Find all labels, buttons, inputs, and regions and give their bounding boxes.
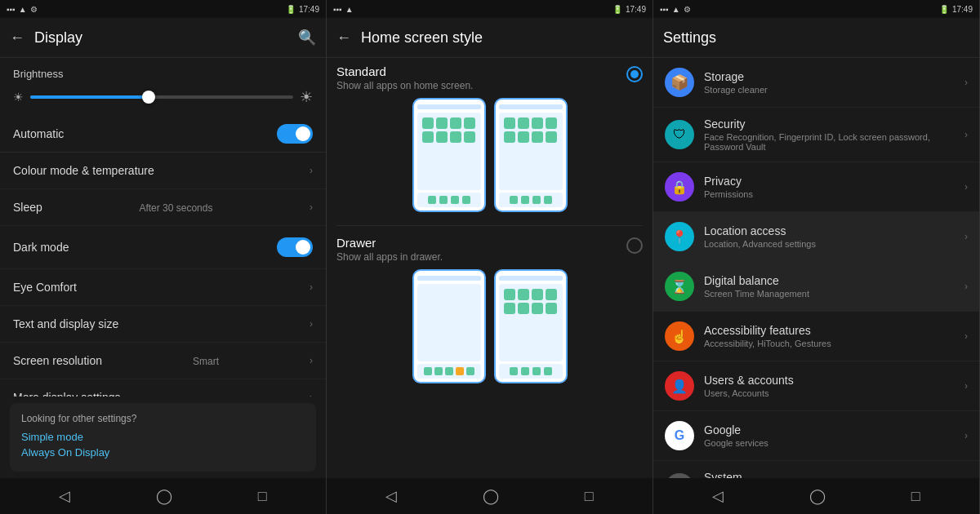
drawer-preview-1 bbox=[412, 269, 486, 383]
status-left-3: ▪▪▪ ▲ ⚙ bbox=[660, 5, 691, 14]
app-g8 bbox=[546, 131, 557, 143]
security-item[interactable]: 🛡 Security Face Recognition, Fingerprint… bbox=[653, 108, 979, 162]
simple-mode-link[interactable]: Simple mode bbox=[21, 431, 305, 443]
drawer-app-3 bbox=[532, 289, 543, 300]
google-item[interactable]: G Google Google services › bbox=[653, 411, 979, 461]
phone-status-4 bbox=[499, 276, 563, 281]
screen-resolution-item[interactable]: Screen resolution Smart › bbox=[0, 343, 326, 379]
more-display-chevron: › bbox=[310, 392, 313, 397]
recents-nav-2[interactable]: □ bbox=[585, 488, 594, 505]
users-item[interactable]: 👤 Users & accounts Users, Accounts › bbox=[653, 361, 979, 411]
google-chevron: › bbox=[964, 430, 968, 441]
location-chevron: › bbox=[964, 231, 968, 242]
colour-mode-item[interactable]: Colour mode & temperature › bbox=[0, 153, 326, 189]
drawer-app-2 bbox=[518, 289, 529, 300]
automatic-toggle[interactable] bbox=[277, 124, 313, 144]
security-title: Security bbox=[704, 117, 964, 131]
recents-nav-3[interactable]: □ bbox=[911, 488, 920, 505]
search-button-1[interactable]: 🔍 bbox=[298, 29, 316, 47]
security-sub: Face Recognition, Fingerprint ID, Lock s… bbox=[704, 132, 964, 152]
privacy-title: Privacy bbox=[704, 175, 964, 188]
system-text: System System navigation, Software updat… bbox=[704, 471, 964, 478]
sleep-value: After 30 seconds bbox=[139, 202, 212, 214]
users-icon: 👤 bbox=[665, 371, 694, 401]
sleep-chevron: › bbox=[310, 202, 313, 213]
dark-mode-label: Dark mode bbox=[13, 241, 69, 254]
status-left-1: ▪▪▪ ▲ ⚙ bbox=[7, 5, 38, 14]
security-text: Security Face Recognition, Fingerprint I… bbox=[704, 117, 964, 152]
back-nav-1[interactable]: ◁ bbox=[59, 487, 70, 505]
dock-4 bbox=[499, 364, 563, 379]
settings-status-icon: ⚙ bbox=[30, 5, 38, 14]
app-g2 bbox=[518, 117, 529, 129]
drawer-preview-row bbox=[336, 269, 643, 383]
eye-comfort-chevron: › bbox=[310, 281, 313, 293]
dock-dot-10 bbox=[434, 367, 443, 375]
location-title: Location access bbox=[704, 224, 964, 237]
standard-radio[interactable] bbox=[626, 66, 643, 82]
time-3: 17:49 bbox=[952, 5, 973, 14]
location-item[interactable]: 📍 Location access Location, Advanced set… bbox=[653, 212, 979, 262]
phone-screen-1 bbox=[417, 113, 481, 190]
recents-nav-1[interactable]: □ bbox=[258, 488, 267, 505]
security-icon: 🛡 bbox=[665, 120, 694, 149]
location-text: Location access Location, Advanced setti… bbox=[704, 224, 964, 249]
storage-item[interactable]: 📦 Storage Storage cleaner › bbox=[653, 58, 979, 108]
home-nav-3[interactable]: ◯ bbox=[809, 487, 826, 505]
brightness-label: Brightness bbox=[13, 68, 313, 80]
sleep-item[interactable]: Sleep After 30 seconds › bbox=[0, 189, 326, 226]
slider-thumb[interactable] bbox=[142, 91, 155, 104]
signal-icon-3: ▪▪▪ bbox=[660, 5, 669, 14]
drawer-desc: Show all apps in drawer. bbox=[336, 251, 443, 263]
storage-chevron: › bbox=[964, 77, 968, 88]
eye-comfort-item[interactable]: Eye Comfort › bbox=[0, 269, 326, 306]
more-display-item[interactable]: More display settings › bbox=[0, 379, 326, 397]
settings-panel: ▪▪▪ ▲ ⚙ 🔋 17:49 Settings 📦 Storage Stora… bbox=[653, 0, 980, 514]
drawer-app-5 bbox=[504, 303, 515, 314]
status-right-1: 🔋 17:49 bbox=[286, 5, 319, 14]
home-nav-1[interactable]: ◯ bbox=[156, 487, 172, 505]
users-text: Users & accounts Users, Accounts bbox=[704, 374, 964, 398]
radio-filled-standard bbox=[630, 70, 639, 78]
brightness-slider[interactable] bbox=[30, 95, 293, 99]
colour-mode-left: Colour mode & temperature bbox=[13, 164, 154, 177]
text-display-item[interactable]: Text and display size › bbox=[0, 306, 326, 343]
dock-dot-13 bbox=[466, 367, 474, 375]
back-button-1[interactable]: ← bbox=[10, 29, 24, 47]
accessibility-item[interactable]: ☝ Accessibility features Accessibility, … bbox=[653, 312, 979, 361]
app-g5 bbox=[504, 131, 515, 143]
digital-balance-item[interactable]: ⌛ Digital balance Screen Time Management… bbox=[653, 262, 979, 312]
dock-dot-4 bbox=[462, 196, 470, 204]
app-1 bbox=[422, 117, 434, 129]
app-g1 bbox=[504, 117, 515, 129]
app-4 bbox=[464, 117, 475, 129]
home-screen-title: Home screen style bbox=[361, 29, 643, 47]
automatic-row: Automatic bbox=[0, 116, 326, 152]
drawer-info: Drawer Show all apps in drawer. bbox=[336, 236, 443, 263]
location-sub: Location, Advanced settings bbox=[704, 239, 964, 249]
digital-balance-text: Digital balance Screen Time Management bbox=[704, 274, 964, 299]
home-nav-2[interactable]: ◯ bbox=[483, 487, 499, 505]
toggle-thumb-dark bbox=[296, 240, 310, 255]
drawer-header: Drawer Show all apps in drawer. bbox=[336, 236, 643, 263]
app-g4 bbox=[546, 117, 557, 129]
divider-options bbox=[336, 225, 643, 226]
accessibility-sub: Accessibility, HiTouch, Gestures bbox=[704, 339, 964, 348]
digital-balance-sub: Screen Time Management bbox=[704, 289, 964, 299]
standard-preview-row bbox=[336, 98, 643, 212]
display-settings-list: Colour mode & temperature › Sleep After … bbox=[0, 153, 326, 397]
privacy-item[interactable]: 🔒 Privacy Permissions › bbox=[653, 162, 979, 212]
back-button-2[interactable]: ← bbox=[336, 29, 351, 47]
back-nav-3[interactable]: ◁ bbox=[712, 487, 724, 505]
accessibility-text: Accessibility features Accessibility, Hi… bbox=[704, 324, 964, 348]
dock-dot-2 bbox=[439, 196, 448, 204]
nav-bar-1: ◁ ◯ □ bbox=[0, 478, 326, 514]
standard-preview-1 bbox=[412, 98, 486, 212]
back-nav-2[interactable]: ◁ bbox=[385, 487, 397, 505]
always-on-link[interactable]: Always On Display bbox=[21, 446, 305, 459]
status-right-2: 🔋 17:49 bbox=[612, 5, 646, 14]
system-item[interactable]: 📱 System System navigation, Software upd… bbox=[653, 461, 979, 478]
status-bar-3: ▪▪▪ ▲ ⚙ 🔋 17:49 bbox=[653, 0, 979, 18]
drawer-radio[interactable] bbox=[626, 237, 643, 254]
dark-mode-toggle[interactable] bbox=[277, 237, 313, 257]
